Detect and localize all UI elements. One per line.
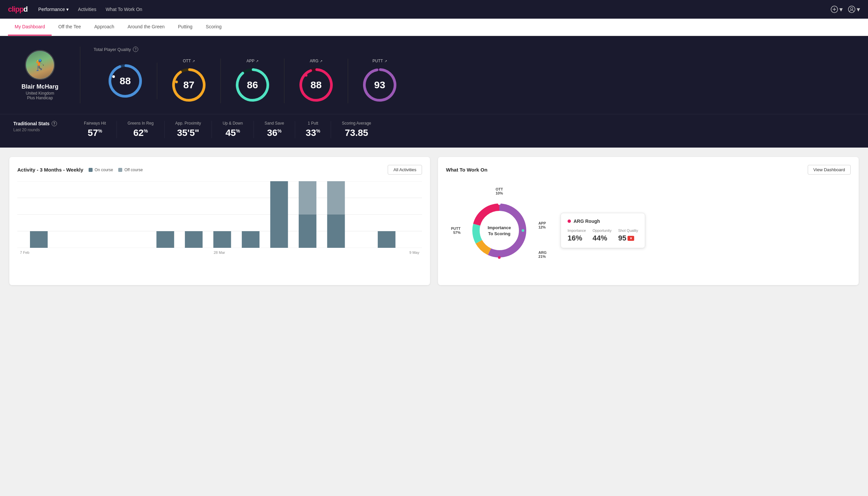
- avatar: 🏌️: [25, 50, 55, 80]
- stat-updown-value: 45%: [225, 128, 240, 138]
- nav-what-to-work-on[interactable]: What To Work On: [106, 7, 142, 12]
- svg-rect-34: [157, 231, 174, 248]
- tab-off-the-tee[interactable]: Off the Tee: [52, 19, 88, 36]
- tab-my-dashboard[interactable]: My Dashboard: [8, 19, 52, 36]
- arg-opportunity-value: 44%: [593, 234, 612, 243]
- svg-point-19: [305, 74, 307, 77]
- profile-handicap: Plus Handicap: [27, 96, 53, 100]
- gauge-putt-label: PUTT↗: [373, 59, 387, 63]
- arg-metric-opportunity: Opportunity 44%: [593, 229, 612, 243]
- trad-stats-label: Traditional Stats ? Last 20 rounds: [13, 121, 73, 132]
- down-badge-icon: ▼: [628, 236, 634, 241]
- svg-point-4: [851, 7, 853, 10]
- main-content: Activity - 3 Months - Weekly On course O…: [0, 148, 868, 294]
- chevron-down-icon: ▾: [66, 7, 68, 12]
- gauge-arg: ARG↗ 88: [284, 59, 348, 103]
- svg-rect-35: [185, 231, 203, 248]
- stat-one-putt: 1 Putt 33%: [295, 121, 331, 138]
- arg-metric-importance: Importance 16%: [568, 229, 586, 243]
- gauge-row: 88 OTT↗ 87: [94, 59, 855, 103]
- svg-rect-42: [327, 181, 345, 215]
- activity-legend: On course Off course: [89, 168, 143, 172]
- tab-scoring[interactable]: Scoring: [199, 19, 228, 36]
- work-on-card: What To Work On View Dashboard OTT 10% P…: [438, 157, 859, 285]
- trad-stats-subtitle: Last 20 rounds: [13, 128, 73, 132]
- gauge-putt: PUTT↗ 93: [348, 59, 411, 103]
- legend-off-course: Off course: [118, 168, 143, 172]
- gauge-app-label: APP↗: [247, 59, 258, 63]
- bar-chart-svg: 4 3 2 1 0: [17, 181, 422, 248]
- app-logo[interactable]: clippd: [8, 5, 28, 14]
- legend-on-course-dot: [89, 168, 93, 172]
- svg-point-8: [112, 75, 115, 78]
- info-icon[interactable]: ?: [133, 47, 138, 52]
- arg-metrics: Importance 16% Opportunity 44% Shot Qual…: [568, 229, 638, 243]
- stat-app-proximity: App. Proximity 35'5": [164, 121, 212, 138]
- svg-point-3: [848, 6, 855, 13]
- profile-section: 🏌️ Blair McHarg United Kingdom Plus Hand…: [13, 50, 67, 100]
- sub-navigation: My Dashboard Off the Tee Approach Around…: [0, 19, 868, 36]
- stat-proximity-value: 35'5": [177, 128, 199, 138]
- arg-importance-value: 16%: [568, 234, 586, 243]
- svg-text:Importance: Importance: [488, 225, 511, 230]
- svg-rect-43: [378, 231, 395, 248]
- gauge-app: APP↗ 86: [221, 59, 284, 103]
- svg-point-48: [498, 202, 501, 205]
- add-button[interactable]: ▾: [831, 5, 843, 13]
- donut-svg: Importance To Scoring: [466, 197, 533, 264]
- stat-scoring-average: Scoring Average 73.85: [331, 121, 382, 138]
- arg-popup: ARG Rough Importance 16% Opportunity 44%: [561, 213, 645, 248]
- donut-chart-container: OTT 10% PUTT 57% APP 12% ARG 21%: [446, 184, 553, 277]
- chevron-down-icon-user: ▾: [857, 5, 860, 13]
- nav-right-actions: ▾ ▾: [831, 5, 860, 13]
- chart-x-labels: 7 Feb 28 Mar 9 May: [17, 250, 422, 254]
- nav-links: Performance ▾ Activities What To Work On: [38, 7, 820, 12]
- avatar-image: 🏌️: [26, 51, 54, 79]
- svg-rect-36: [214, 231, 231, 248]
- svg-rect-38: [270, 181, 288, 248]
- donut-label-app: APP 12%: [538, 221, 546, 229]
- all-activities-button[interactable]: All Activities: [388, 165, 422, 174]
- view-dashboard-button[interactable]: View Dashboard: [808, 165, 851, 174]
- activity-chart-card: Activity - 3 Months - Weekly On course O…: [9, 157, 430, 285]
- nav-performance[interactable]: Performance ▾: [38, 7, 68, 12]
- svg-point-12: [175, 81, 178, 83]
- traditional-stats-section: Traditional Stats ? Last 20 rounds Fairw…: [0, 114, 868, 148]
- svg-text:To Scoring: To Scoring: [488, 231, 510, 236]
- stat-scoring-value: 73.85: [345, 128, 368, 138]
- arg-dot-icon: [568, 219, 571, 223]
- stat-sand-save: Sand Save 36%: [254, 121, 295, 138]
- arg-shot-quality-value: 95 ▼: [618, 234, 638, 243]
- trad-stats-title: Traditional Stats ?: [13, 121, 73, 126]
- svg-rect-39: [299, 215, 316, 248]
- hero-section: 🏌️ Blair McHarg United Kingdom Plus Hand…: [0, 36, 868, 114]
- tpq-label: Total Player Quality ?: [94, 47, 855, 52]
- tab-putting[interactable]: Putting: [171, 19, 199, 36]
- profile-name: Blair McHarg: [21, 83, 58, 90]
- svg-rect-41: [327, 215, 345, 248]
- activity-chart-title: Activity - 3 Months - Weekly On course O…: [17, 167, 143, 173]
- donut-label-ott: OTT 10%: [495, 187, 503, 195]
- stat-fairways-value: 57%: [88, 128, 102, 138]
- trad-stats-info-icon[interactable]: ?: [52, 121, 57, 126]
- nav-activities[interactable]: Activities: [78, 7, 96, 12]
- gauge-ott-label: OTT↗: [183, 59, 195, 63]
- arg-metric-shot-quality: Shot Quality 95 ▼: [618, 229, 638, 243]
- svg-point-49: [522, 229, 524, 232]
- stat-greens-in-reg: Greens In Reg 62%: [117, 121, 164, 138]
- gauge-ott: OTT↗ 87: [157, 59, 221, 103]
- arg-popup-title: ARG Rough: [568, 218, 638, 224]
- stat-sandsave-value: 36%: [267, 128, 282, 138]
- svg-rect-40: [299, 181, 316, 215]
- tab-around-the-green[interactable]: Around the Green: [121, 19, 171, 36]
- stat-fairways-hit: Fairways Hit 57%: [73, 121, 117, 138]
- tab-approach[interactable]: Approach: [88, 19, 121, 36]
- work-on-header: What To Work On View Dashboard: [446, 165, 851, 174]
- stat-oneputt-value: 33%: [306, 128, 320, 138]
- donut-label-putt: PUTT 57%: [451, 227, 461, 234]
- user-menu-button[interactable]: ▾: [848, 5, 860, 13]
- svg-rect-37: [242, 231, 259, 248]
- donut-label-arg: ARG 21%: [539, 250, 547, 259]
- stat-gir-value: 62%: [133, 128, 148, 138]
- player-quality-section: Total Player Quality ? 88: [80, 47, 855, 103]
